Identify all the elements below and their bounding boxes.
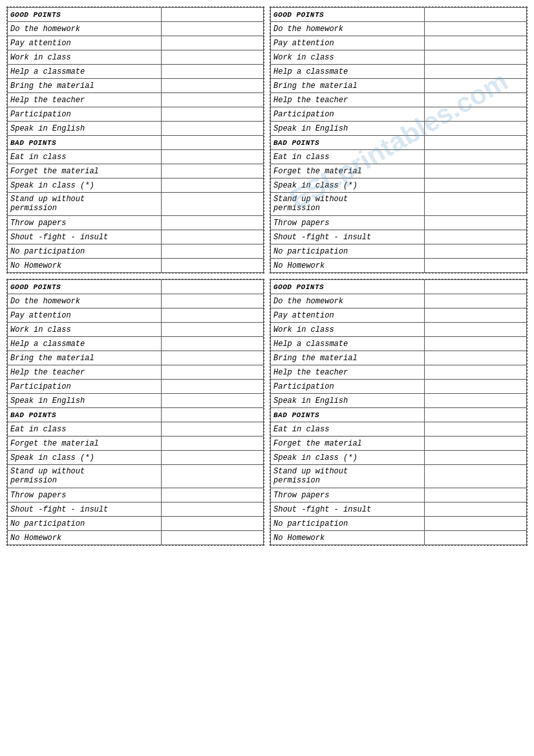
good-value-1[interactable] (161, 308, 263, 323)
good-value-4[interactable] (424, 79, 526, 93)
bad-value-7[interactable] (424, 259, 526, 273)
bad-item-6: No participation (8, 517, 162, 531)
good-value-3[interactable] (161, 65, 263, 79)
good-item-3: Help a classmate (8, 337, 162, 351)
good-value-6[interactable] (424, 380, 526, 394)
good-value-1[interactable] (424, 308, 526, 323)
good-value-0[interactable] (424, 22, 526, 36)
score-card-1: GOOD POINTSDo the homeworkPay attentionW… (6, 6, 264, 274)
bad-value-1[interactable] (424, 437, 526, 451)
good-item-7: Speak in English (8, 394, 162, 408)
good-value-5[interactable] (161, 93, 263, 107)
bad-value-2[interactable] (161, 451, 263, 465)
good-value-5[interactable] (424, 93, 526, 107)
good-value-7[interactable] (424, 122, 526, 136)
bad-value-4[interactable] (424, 488, 526, 502)
good-value-5[interactable] (424, 365, 526, 380)
bad-item-0: Eat in class (8, 150, 162, 164)
bad-value-5[interactable] (424, 502, 526, 517)
bad-value-6[interactable] (424, 517, 526, 531)
good-value-1[interactable] (424, 36, 526, 50)
good-value-0[interactable] (424, 294, 526, 308)
good-item-1: Pay attention (271, 308, 425, 323)
good-value-7[interactable] (424, 394, 526, 408)
bad-value-1[interactable] (161, 437, 263, 451)
bad-points-value-header (424, 136, 526, 150)
good-item-3: Help a classmate (8, 65, 162, 79)
bad-value-3[interactable] (161, 193, 263, 216)
good-value-2[interactable] (161, 50, 263, 65)
good-points-value-header (424, 280, 526, 294)
bad-value-1[interactable] (424, 164, 526, 178)
good-value-6[interactable] (161, 107, 263, 122)
bad-item-3: Stand up withoutpermission (8, 193, 162, 216)
bad-item-1: Forget the material (271, 437, 425, 451)
good-item-0: Do the homework (8, 22, 162, 36)
bad-value-0[interactable] (161, 422, 263, 437)
good-item-1: Pay attention (8, 36, 162, 50)
good-value-3[interactable] (161, 337, 263, 351)
bad-value-7[interactable] (424, 531, 526, 545)
bad-value-6[interactable] (424, 244, 526, 259)
bad-value-5[interactable] (161, 230, 263, 244)
bad-value-2[interactable] (424, 451, 526, 465)
bad-value-4[interactable] (161, 216, 263, 230)
good-item-5: Help the teacher (8, 93, 162, 107)
bad-item-6: No participation (8, 244, 162, 259)
good-value-5[interactable] (161, 365, 263, 380)
bad-item-4: Throw papers (8, 488, 162, 502)
good-item-2: Work in class (8, 50, 162, 65)
bad-value-0[interactable] (161, 150, 263, 164)
good-value-3[interactable] (424, 337, 526, 351)
bad-value-6[interactable] (161, 517, 263, 531)
good-value-0[interactable] (161, 22, 263, 36)
good-value-4[interactable] (161, 351, 263, 365)
bad-value-6[interactable] (161, 244, 263, 259)
good-item-1: Pay attention (271, 36, 425, 50)
good-item-7: Speak in English (271, 394, 425, 408)
bad-value-3[interactable] (424, 465, 526, 488)
score-table-4: GOOD POINTSDo the homeworkPay attentionW… (270, 279, 527, 545)
bad-item-2: Speak in class (*) (271, 451, 425, 465)
bad-value-7[interactable] (161, 531, 263, 545)
bad-value-2[interactable] (161, 178, 263, 193)
bad-value-3[interactable] (161, 465, 263, 488)
bad-points-header: BAD POINTS (271, 136, 425, 150)
good-value-1[interactable] (161, 36, 263, 50)
bad-value-4[interactable] (424, 216, 526, 230)
good-value-6[interactable] (161, 380, 263, 394)
good-item-2: Work in class (8, 323, 162, 337)
bad-value-5[interactable] (161, 502, 263, 517)
score-card-3: GOOD POINTSDo the homeworkPay attentionW… (6, 279, 264, 546)
good-points-header: GOOD POINTS (271, 280, 425, 294)
good-value-3[interactable] (424, 65, 526, 79)
bad-item-4: Throw papers (271, 488, 425, 502)
good-value-7[interactable] (161, 394, 263, 408)
bad-value-0[interactable] (424, 150, 526, 164)
good-value-2[interactable] (424, 323, 526, 337)
bad-item-7: No Homework (271, 259, 425, 273)
bad-value-1[interactable] (161, 164, 263, 178)
good-value-4[interactable] (424, 351, 526, 365)
bad-item-4: Throw papers (271, 216, 425, 230)
bad-value-5[interactable] (424, 230, 526, 244)
bad-value-4[interactable] (161, 488, 263, 502)
good-item-5: Help the teacher (271, 365, 425, 380)
bad-value-3[interactable] (424, 193, 526, 216)
good-value-2[interactable] (424, 50, 526, 65)
good-item-0: Do the homework (271, 294, 425, 308)
score-table-1: GOOD POINTSDo the homeworkPay attentionW… (7, 7, 264, 273)
good-item-2: Work in class (271, 323, 425, 337)
good-item-4: Bring the material (8, 79, 162, 93)
bad-item-5: Shout -fight - insult (271, 502, 425, 517)
bad-value-0[interactable] (424, 422, 526, 437)
good-value-2[interactable] (161, 323, 263, 337)
good-value-0[interactable] (161, 294, 263, 308)
bad-item-2: Speak in class (*) (271, 178, 425, 193)
bad-value-7[interactable] (161, 259, 263, 273)
good-item-3: Help a classmate (271, 337, 425, 351)
good-value-7[interactable] (161, 122, 263, 136)
good-value-6[interactable] (424, 107, 526, 122)
bad-value-2[interactable] (424, 178, 526, 193)
good-value-4[interactable] (161, 79, 263, 93)
